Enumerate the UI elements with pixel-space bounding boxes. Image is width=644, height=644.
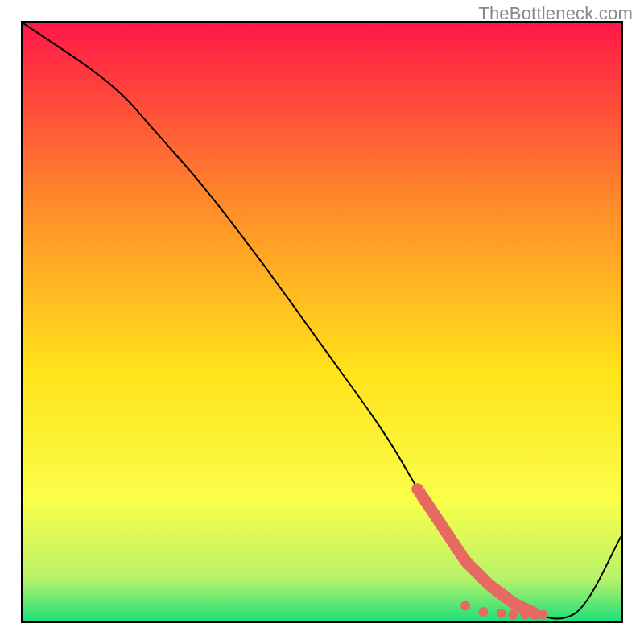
dense-dot — [478, 607, 488, 617]
dense-dot — [539, 610, 548, 620]
dense-dot — [520, 610, 530, 620]
gradient-background — [23, 23, 621, 621]
dense-dot — [497, 609, 506, 618]
plot-frame — [21, 21, 623, 623]
dense-dot — [460, 601, 470, 611]
plot-svg — [23, 23, 621, 621]
chart-container: TheBottleneck.com — [0, 0, 644, 644]
dense-dot — [508, 610, 518, 620]
